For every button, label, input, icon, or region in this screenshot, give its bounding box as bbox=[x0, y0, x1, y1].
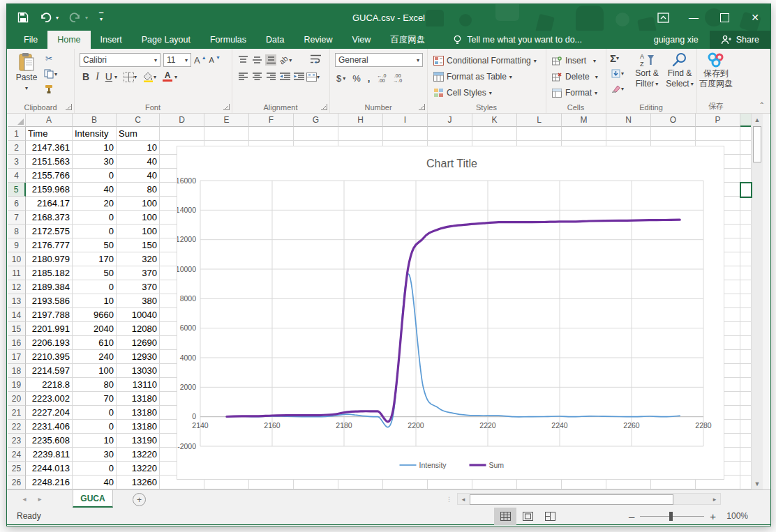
cell[interactable] bbox=[651, 127, 696, 141]
cell[interactable]: 13180 bbox=[117, 406, 160, 420]
row-header-1[interactable]: 1 bbox=[8, 127, 26, 141]
column-header-F[interactable]: F bbox=[249, 114, 294, 127]
cell[interactable]: 30 bbox=[73, 448, 117, 462]
cell[interactable]: 20 bbox=[73, 197, 117, 211]
save-to-baidu-button[interactable]: 保存到 百度网盘 bbox=[698, 52, 734, 89]
paste-button[interactable]: Paste ▾ bbox=[13, 52, 40, 93]
borders-dropdown-icon[interactable]: ▾ bbox=[134, 74, 137, 80]
cell[interactable] bbox=[740, 211, 752, 225]
scroll-down-icon[interactable]: ▼ bbox=[752, 478, 763, 489]
ribbon-tab-insert[interactable]: Insert bbox=[91, 31, 132, 49]
cell[interactable]: 2235.608 bbox=[26, 434, 73, 448]
cell[interactable] bbox=[740, 448, 752, 462]
row-header-12[interactable]: 12 bbox=[8, 280, 26, 294]
ribbon-tab-baidu-netdisk[interactable]: 百度网盘 bbox=[380, 31, 435, 49]
column-header-K[interactable]: K bbox=[472, 114, 517, 127]
cell[interactable] bbox=[740, 266, 752, 280]
middle-align-icon[interactable] bbox=[251, 54, 262, 66]
row-header-26[interactable]: 26 bbox=[8, 476, 26, 489]
cell[interactable]: 170 bbox=[73, 252, 117, 266]
cell[interactable]: 2231.406 bbox=[26, 420, 73, 434]
active-cell-selection[interactable] bbox=[740, 182, 752, 198]
cell[interactable]: 100 bbox=[73, 364, 117, 378]
cell[interactable]: 370 bbox=[117, 280, 160, 294]
bottom-align-icon[interactable] bbox=[265, 54, 276, 66]
row-header-5[interactable]: 5 bbox=[8, 183, 26, 197]
format-cells-button[interactable]: Format▾ bbox=[551, 85, 597, 100]
cell[interactable]: 2239.811 bbox=[26, 448, 73, 462]
column-header-L[interactable]: L bbox=[517, 114, 562, 127]
cell[interactable] bbox=[740, 336, 752, 350]
cell[interactable] bbox=[740, 225, 752, 238]
increase-indent-icon[interactable] bbox=[293, 71, 304, 82]
cell[interactable] bbox=[740, 252, 752, 266]
cell[interactable] bbox=[472, 127, 517, 141]
column-header-A[interactable]: A bbox=[26, 114, 73, 127]
row-header-23[interactable]: 23 bbox=[8, 434, 26, 448]
column-header-B[interactable]: B bbox=[73, 114, 117, 127]
collapse-ribbon-icon[interactable]: ⌃ bbox=[759, 101, 765, 109]
legend-label-sum[interactable]: Sum bbox=[489, 461, 505, 469]
cell[interactable]: 2164.17 bbox=[26, 197, 73, 211]
cell[interactable] bbox=[517, 127, 562, 141]
zoom-slider[interactable] bbox=[640, 516, 704, 517]
row-header-8[interactable]: 8 bbox=[8, 225, 26, 238]
cell[interactable] bbox=[338, 127, 383, 141]
ribbon-tab-data[interactable]: Data bbox=[256, 31, 294, 49]
cell[interactable]: 40 bbox=[73, 183, 117, 197]
decrease-indent-icon[interactable] bbox=[279, 71, 290, 82]
ribbon-tab-page-layout[interactable]: Page Layout bbox=[132, 31, 200, 49]
cell[interactable]: 2040 bbox=[73, 322, 117, 336]
cell[interactable] bbox=[740, 476, 752, 489]
cell[interactable]: 10 bbox=[73, 434, 117, 448]
chart[interactable]: -200002000400060008000100001200014000160… bbox=[177, 146, 724, 479]
undo-dropdown-icon[interactable]: ▾ bbox=[56, 15, 59, 21]
cell[interactable]: 13030 bbox=[117, 364, 160, 378]
cell[interactable]: 10 bbox=[73, 294, 117, 308]
column-header-E[interactable]: E bbox=[204, 114, 249, 127]
cell[interactable]: 12690 bbox=[117, 336, 160, 350]
cell[interactable]: 2244.013 bbox=[26, 462, 73, 476]
cell[interactable]: 2218.8 bbox=[26, 378, 73, 392]
cell[interactable] bbox=[740, 322, 752, 336]
insert-cells-button[interactable]: Insert▾ bbox=[551, 53, 596, 68]
chart-title[interactable]: Chart Title bbox=[426, 158, 477, 169]
row-header-7[interactable]: 7 bbox=[8, 211, 26, 225]
cell[interactable]: 70 bbox=[73, 392, 117, 406]
cell[interactable]: 2206.193 bbox=[26, 336, 73, 350]
cell[interactable]: 2227.204 bbox=[26, 406, 73, 420]
select-all-corner[interactable] bbox=[8, 114, 26, 127]
cell[interactable]: 2201.991 bbox=[26, 322, 73, 336]
cell[interactable]: 610 bbox=[73, 336, 117, 350]
ribbon-tab-view[interactable]: View bbox=[342, 31, 380, 49]
cell[interactable]: 40 bbox=[117, 155, 160, 169]
cell[interactable]: 240 bbox=[73, 350, 117, 364]
cell[interactable] bbox=[740, 434, 752, 448]
wrap-text-button[interactable] bbox=[310, 53, 321, 64]
cell[interactable]: 2168.373 bbox=[26, 211, 73, 225]
cell[interactable]: 2197.788 bbox=[26, 308, 73, 322]
cell[interactable]: 2176.777 bbox=[26, 238, 73, 252]
save-icon[interactable] bbox=[17, 11, 29, 24]
legend-label-intensity[interactable]: Intensity bbox=[419, 461, 447, 469]
cell[interactable]: 10 bbox=[73, 141, 117, 155]
horizontal-scrollbar[interactable]: ◂ ▸ bbox=[457, 493, 721, 505]
cell[interactable] bbox=[160, 127, 204, 141]
column-header-D[interactable]: D bbox=[160, 114, 204, 127]
maximize-button[interactable] bbox=[709, 4, 740, 31]
format-as-table-button[interactable]: Format as Table▾ bbox=[433, 69, 512, 84]
cell[interactable]: 2193.586 bbox=[26, 294, 73, 308]
column-header-P[interactable]: P bbox=[696, 114, 740, 127]
format-painter-button[interactable] bbox=[43, 84, 54, 95]
cell[interactable] bbox=[740, 197, 752, 211]
cell[interactable] bbox=[740, 462, 752, 476]
vertical-scroll-thumb[interactable] bbox=[753, 126, 761, 162]
tell-me-box[interactable]: Tell me what you want to do... bbox=[453, 31, 582, 49]
cell[interactable]: 13220 bbox=[117, 448, 160, 462]
cell[interactable]: 0 bbox=[73, 169, 117, 183]
cell[interactable]: 30 bbox=[73, 155, 117, 169]
zoom-in-button[interactable]: + bbox=[710, 510, 716, 522]
row-header-14[interactable]: 14 bbox=[8, 308, 26, 322]
bold-button[interactable]: B bbox=[82, 71, 89, 82]
cell[interactable] bbox=[740, 238, 752, 252]
